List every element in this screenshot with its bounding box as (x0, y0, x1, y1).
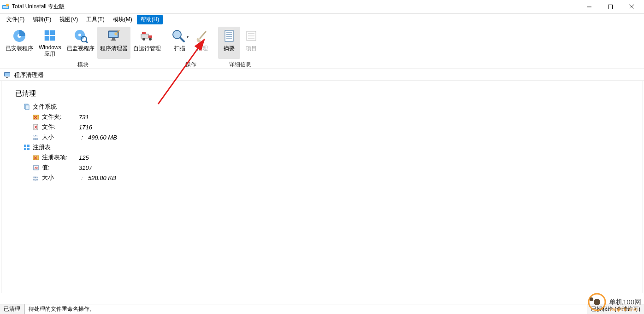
toolbar-group-details: 摘要 项目 详细信息 (218, 27, 262, 69)
menu-bar: 文件(F) 编辑(E) 视图(V) 工具(T) 模块(M) 帮助(H) (0, 14, 644, 25)
svg-rect-9 (45, 30, 49, 35)
svg-point-66 (590, 297, 593, 301)
svg-point-25 (149, 38, 152, 41)
menu-modules[interactable]: 模块(M) (109, 15, 136, 24)
menu-help[interactable]: 帮助(H) (137, 15, 163, 24)
tb-installed-programs[interactable]: 已安装程序 (3, 27, 36, 59)
maximize-button[interactable] (600, 0, 621, 14)
tb-summary[interactable]: 摘要 (218, 27, 240, 59)
panel-header: 程序清理器 (0, 69, 644, 81)
svg-rect-11 (45, 36, 49, 41)
magnifier-icon (171, 29, 186, 43)
document-icon (222, 29, 236, 43)
svg-rect-19 (112, 38, 115, 40)
svg-rect-30 (225, 30, 233, 41)
menu-file[interactable]: 文件(F) (3, 15, 28, 24)
row-reg-keys: 注册表项: 125 (33, 153, 637, 162)
row-reg-values: ab 值: 3107 (33, 163, 637, 172)
chevron-down-icon: ▾ (187, 35, 189, 39)
svg-point-2 (6, 4, 9, 6)
svg-rect-55 (27, 148, 30, 150)
status-left: 已清理 (0, 304, 24, 314)
svg-rect-10 (50, 30, 55, 35)
truck-icon (140, 29, 154, 43)
svg-rect-20 (111, 40, 116, 41)
svg-point-24 (142, 38, 145, 41)
close-button[interactable] (621, 0, 642, 14)
svg-text:010: 010 (33, 138, 38, 140)
row-fs-files: 文件: 1716 (33, 123, 637, 131)
svg-rect-12 (50, 36, 55, 41)
toolbar-group-modules: 已安装程序 Windows应用 已监视程序 程序清理器 自运行管理 模块 (3, 27, 164, 69)
row-fs-folders: 文件夹: 731 (33, 113, 637, 121)
svg-point-65 (594, 299, 600, 305)
windows-icon (42, 29, 57, 42)
disc-search-icon (73, 29, 88, 43)
folder-x-icon (33, 114, 39, 120)
list-icon (244, 29, 259, 43)
menu-edit[interactable]: 编辑(E) (29, 15, 55, 24)
window-title: Total Uninstall 专业版 (12, 3, 65, 11)
svg-text:ab: ab (35, 166, 38, 169)
svg-rect-40 (5, 73, 10, 76)
tb-windows-apps[interactable]: Windows应用 (36, 27, 64, 59)
toolbar-group-label-modules: 模块 (77, 61, 89, 69)
watermark-logo-icon (588, 293, 606, 311)
copy-icon (24, 104, 30, 110)
watermark: 单机100网 danji100.com (588, 293, 641, 311)
toolbar: 已安装程序 Windows应用 已监视程序 程序清理器 自运行管理 模块 (0, 25, 644, 69)
binary-icon: 101010 (33, 134, 39, 140)
menu-tools[interactable]: 工具(T) (83, 15, 108, 24)
value-icon: ab (33, 164, 39, 171)
tb-program-cleaner[interactable]: 程序清理器 (97, 27, 130, 59)
svg-rect-53 (27, 145, 30, 147)
svg-rect-22 (141, 34, 148, 38)
disc-icon (12, 29, 27, 43)
svg-point-14 (78, 34, 81, 36)
svg-rect-54 (24, 148, 26, 150)
svg-rect-43 (25, 105, 29, 110)
node-filesystem[interactable]: 文件系统 (24, 103, 637, 111)
node-registry[interactable]: 注册表 (24, 143, 637, 151)
tb-clean[interactable]: 清理 (191, 27, 213, 59)
svg-line-29 (200, 31, 206, 39)
app-icon (2, 3, 9, 11)
svg-rect-26 (142, 32, 146, 34)
svg-line-28 (180, 38, 184, 41)
svg-rect-41 (6, 77, 8, 78)
binary-icon: 101010 (33, 174, 39, 181)
status-bar: 已清理 待处理的文件重命名操作。 已授权给 (全球许可) (0, 304, 644, 314)
toolbar-group-operations: ▾ 扫描 清理 操作 (168, 27, 213, 69)
results-heading: 已清理 (15, 89, 637, 98)
results-panel: 已清理 文件系统 文件夹: 731 文件: 1716 101010 大小 : 4… (1, 81, 643, 293)
status-message: 待处理的文件重命名操作。 (24, 304, 587, 314)
svg-line-16 (86, 41, 88, 43)
toolbar-group-label-ops: 操作 (185, 61, 196, 69)
title-bar: Total Uninstall 专业版 (0, 0, 644, 14)
tb-monitored-programs[interactable]: 已监视程序 (64, 27, 97, 59)
tb-autorun-manager[interactable]: 自运行管理 (130, 27, 164, 59)
tb-items[interactable]: 项目 (240, 27, 262, 59)
registry-icon (24, 144, 30, 151)
tb-scan[interactable]: ▾ 扫描 (168, 27, 191, 59)
monitor-icon (4, 71, 11, 79)
file-x-icon (33, 124, 39, 130)
minimize-button[interactable] (579, 0, 600, 14)
toolbar-group-label-details: 详细信息 (229, 61, 251, 69)
svg-rect-52 (24, 145, 26, 147)
folder-x-icon (33, 154, 39, 161)
panel-title: 程序清理器 (14, 71, 44, 79)
row-fs-size: 101010 大小 : 499.60 MB (33, 133, 637, 141)
broom-icon (195, 29, 210, 43)
svg-text:010: 010 (33, 178, 38, 181)
svg-rect-4 (609, 5, 613, 9)
row-reg-size: 101010 大小 : 528.80 KB (33, 174, 637, 182)
menu-view[interactable]: 视图(V) (56, 15, 82, 24)
monitor-broom-icon (106, 29, 121, 43)
